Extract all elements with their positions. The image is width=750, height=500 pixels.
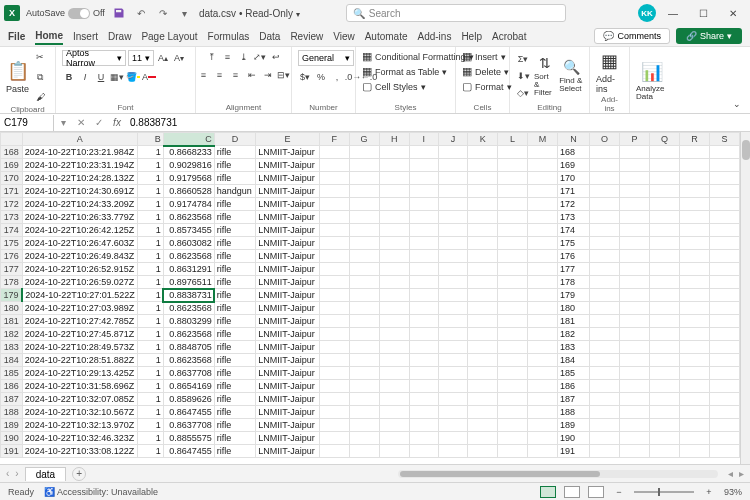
cell[interactable]: rifle: [214, 289, 256, 302]
cell[interactable]: [589, 263, 619, 276]
cell[interactable]: [709, 354, 739, 367]
cell[interactable]: 0.8573455: [163, 224, 214, 237]
cell[interactable]: LNMIIT-Jaipur: [256, 250, 319, 263]
tab-file[interactable]: File: [8, 29, 25, 44]
cell[interactable]: rifle: [214, 211, 256, 224]
cell[interactable]: LNMIIT-Jaipur: [256, 445, 319, 458]
cell[interactable]: [438, 315, 468, 328]
cell[interactable]: [498, 172, 528, 185]
cell[interactable]: [498, 250, 528, 263]
column-header-Q[interactable]: Q: [649, 133, 679, 146]
cell[interactable]: [620, 198, 650, 211]
cell[interactable]: [649, 211, 679, 224]
cell[interactable]: [319, 289, 349, 302]
cell[interactable]: [319, 406, 349, 419]
cell[interactable]: [679, 406, 709, 419]
cell[interactable]: [527, 432, 557, 445]
cell[interactable]: 2024-10-22T10:32:13.970Z: [22, 419, 137, 432]
insert-cells-button[interactable]: ▦Insert▾: [462, 50, 506, 63]
cell[interactable]: [679, 341, 709, 354]
column-header-R[interactable]: R: [679, 133, 709, 146]
cell[interactable]: [409, 393, 438, 406]
cell[interactable]: [589, 302, 619, 315]
cell[interactable]: [527, 393, 557, 406]
cell[interactable]: [589, 185, 619, 198]
cell[interactable]: 0.8803299: [163, 315, 214, 328]
tab-home[interactable]: Home: [35, 28, 63, 45]
cell[interactable]: [620, 367, 650, 380]
cell[interactable]: [319, 185, 349, 198]
cell[interactable]: 2024-10-22T10:27:42.785Z: [22, 315, 137, 328]
select-all-corner[interactable]: [1, 133, 23, 146]
cell[interactable]: [589, 341, 619, 354]
cell[interactable]: [349, 211, 379, 224]
cell[interactable]: [468, 302, 498, 315]
format-cells-button[interactable]: ▢Format▾: [462, 80, 512, 93]
cell[interactable]: [709, 237, 739, 250]
cell[interactable]: [649, 445, 679, 458]
cell[interactable]: [438, 341, 468, 354]
column-header-C[interactable]: C: [163, 133, 214, 146]
row-header[interactable]: 188: [1, 406, 23, 419]
cell[interactable]: 2024-10-22T10:27:03.989Z: [22, 302, 137, 315]
cell[interactable]: [319, 237, 349, 250]
cell[interactable]: 0.8976511: [163, 276, 214, 289]
cell[interactable]: 171: [558, 185, 590, 198]
cell[interactable]: 170: [558, 172, 590, 185]
cell[interactable]: [620, 159, 650, 172]
cell[interactable]: [679, 315, 709, 328]
cell[interactable]: [709, 393, 739, 406]
redo-button[interactable]: ↷: [155, 5, 171, 21]
align-bottom-button[interactable]: ⤓: [237, 50, 251, 64]
number-format-select[interactable]: General▾: [298, 50, 354, 66]
cell[interactable]: [319, 419, 349, 432]
cell[interactable]: [349, 198, 379, 211]
cell[interactable]: [409, 263, 438, 276]
cell[interactable]: [319, 198, 349, 211]
cell[interactable]: [649, 237, 679, 250]
cell[interactable]: [709, 224, 739, 237]
cell[interactable]: 0.8848705: [163, 341, 214, 354]
column-header-H[interactable]: H: [379, 133, 409, 146]
underline-button[interactable]: U: [94, 70, 108, 84]
cell[interactable]: 181: [558, 315, 590, 328]
cell[interactable]: 1: [137, 380, 163, 393]
copy-button[interactable]: ⧉: [33, 70, 47, 84]
cell[interactable]: 0.8668233: [163, 146, 214, 159]
cell[interactable]: [709, 146, 739, 159]
cell[interactable]: 0.8623568: [163, 302, 214, 315]
cell[interactable]: [438, 367, 468, 380]
cell[interactable]: 0.9174784: [163, 198, 214, 211]
cell[interactable]: [589, 289, 619, 302]
cell[interactable]: 1: [137, 419, 163, 432]
cell[interactable]: LNMIIT-Jaipur: [256, 172, 319, 185]
cell[interactable]: LNMIIT-Jaipur: [256, 224, 319, 237]
cell[interactable]: [589, 419, 619, 432]
row-header[interactable]: 169: [1, 159, 23, 172]
cell[interactable]: [498, 237, 528, 250]
paste-button[interactable]: 📋 Paste: [6, 60, 29, 94]
cell[interactable]: [379, 302, 409, 315]
cell[interactable]: [319, 328, 349, 341]
cell[interactable]: [468, 289, 498, 302]
format-painter-button[interactable]: 🖌: [33, 90, 47, 104]
cell[interactable]: 187: [558, 393, 590, 406]
cell[interactable]: [438, 250, 468, 263]
cell[interactable]: [319, 367, 349, 380]
cell[interactable]: 1: [137, 354, 163, 367]
cell[interactable]: rifle: [214, 315, 256, 328]
cell-styles-button[interactable]: ▢Cell Styles▾: [362, 80, 426, 93]
cell[interactable]: [679, 302, 709, 315]
cell[interactable]: 168: [558, 146, 590, 159]
row-header[interactable]: 173: [1, 211, 23, 224]
increase-font-button[interactable]: A▴: [156, 51, 170, 65]
cell[interactable]: [468, 172, 498, 185]
row-header[interactable]: 176: [1, 250, 23, 263]
cell[interactable]: LNMIIT-Jaipur: [256, 406, 319, 419]
cell[interactable]: [349, 250, 379, 263]
cell[interactable]: 2024-10-22T10:31:58.696Z: [22, 380, 137, 393]
cell[interactable]: 0.8623568: [163, 250, 214, 263]
cell[interactable]: [498, 159, 528, 172]
row-header[interactable]: 178: [1, 276, 23, 289]
cell[interactable]: [438, 263, 468, 276]
